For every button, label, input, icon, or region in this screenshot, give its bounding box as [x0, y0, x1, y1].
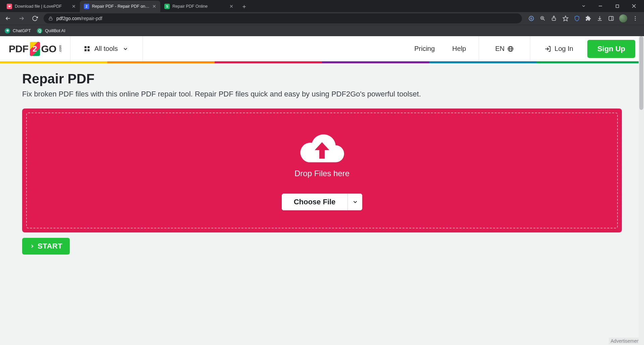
login-button[interactable]: Log In — [538, 45, 579, 53]
profile-avatar[interactable] — [619, 14, 627, 22]
login-icon — [544, 46, 551, 52]
bookmark-label: ChatGPT — [13, 28, 31, 33]
shield-icon[interactable] — [574, 15, 580, 22]
chevron-down-icon[interactable] — [576, 1, 591, 11]
bookmark-label: QuillBot AI — [45, 28, 65, 33]
sejda-favicon-icon: S — [164, 4, 170, 9]
browser-tab[interactable]: S Repair PDF Online ✕ — [160, 1, 237, 12]
url-field[interactable]: pdf2go.com/repair-pdf — [44, 13, 522, 23]
signup-button[interactable]: Sign Up — [587, 40, 635, 58]
start-label: START — [38, 242, 62, 251]
scrollbar[interactable] — [639, 36, 644, 345]
svg-point-20 — [635, 20, 636, 21]
site-header: PDF 2 GO .com All tools Pricing Help EN … — [0, 36, 644, 61]
start-button[interactable]: START — [22, 238, 70, 255]
chevron-down-icon — [352, 199, 358, 205]
reload-button[interactable] — [30, 14, 40, 23]
chevron-right-icon — [30, 244, 35, 249]
logo-text-left: PDF — [9, 43, 29, 55]
svg-line-10 — [543, 19, 545, 20]
browser-tab[interactable]: 2 Repair PDF - Repair PDF online & ✕ — [80, 1, 160, 12]
language-label: EN — [495, 45, 504, 53]
nav-help[interactable]: Help — [447, 45, 471, 53]
back-button[interactable] — [3, 14, 13, 23]
zoom-icon[interactable] — [539, 15, 546, 22]
window-controls — [576, 0, 644, 12]
google-translate-icon[interactable]: G — [528, 15, 535, 22]
close-window-button[interactable] — [627, 1, 641, 11]
tab-title: Download file | iLovePDF — [15, 4, 69, 9]
url-text: pdf2go.com/repair-pdf — [56, 16, 102, 21]
maximize-button[interactable] — [610, 1, 625, 11]
svg-rect-16 — [609, 16, 613, 20]
svg-rect-6 — [49, 18, 52, 20]
svg-rect-13 — [552, 18, 556, 21]
main-content: Repair PDF Fix broken PDF files with thi… — [0, 63, 644, 255]
choose-file-dropdown[interactable] — [347, 194, 362, 210]
lock-icon — [48, 16, 53, 21]
advertisement-label: Advertisement — [609, 338, 643, 344]
all-tools-label: All tools — [94, 45, 118, 53]
cloud-upload-icon — [297, 131, 347, 164]
page-title: Repair PDF — [22, 71, 622, 86]
minimize-button[interactable] — [593, 1, 608, 11]
svg-point-19 — [635, 18, 636, 19]
all-tools-menu[interactable]: All tools — [78, 45, 135, 53]
tab-title: Repair PDF Online — [172, 4, 227, 9]
chevron-down-icon — [122, 46, 128, 52]
address-bar: pdf2go.com/repair-pdf G — [0, 12, 644, 25]
forward-button[interactable] — [17, 14, 26, 23]
bookmark-quillbot[interactable]: Q QuillBot AI — [37, 28, 65, 33]
new-tab-button[interactable]: ＋ — [239, 2, 249, 11]
dropzone-label: Drop Files here — [294, 169, 350, 178]
divider — [143, 36, 143, 61]
quillbot-icon: Q — [37, 28, 42, 33]
close-icon[interactable]: ✕ — [229, 4, 233, 9]
logo-badge-icon: 2 — [30, 42, 40, 56]
tab-title: Repair PDF - Repair PDF online & — [92, 4, 150, 9]
toolbar-right: G — [526, 14, 641, 22]
nav-pricing[interactable]: Pricing — [410, 45, 439, 53]
site-logo[interactable]: PDF 2 GO .com — [9, 42, 62, 56]
logo-text-right: GO — [41, 43, 57, 55]
login-label: Log In — [554, 45, 573, 53]
close-icon[interactable]: ✕ — [152, 4, 156, 9]
svg-marker-14 — [563, 16, 568, 21]
browser-tab[interactable]: ❤ Download file | iLovePDF ✕ — [3, 1, 80, 12]
page-subtitle: Fix broken PDF files with this online PD… — [22, 90, 622, 98]
page-viewport: PDF 2 GO .com All tools Pricing Help EN … — [0, 36, 644, 345]
choose-file-button[interactable]: Choose File — [282, 194, 348, 210]
close-icon[interactable]: ✕ — [72, 4, 76, 9]
language-selector[interactable]: EN — [487, 45, 522, 53]
choose-file-group: Choose File — [282, 194, 363, 210]
signup-label: Sign Up — [597, 45, 625, 53]
bookmarks-bar: ❋ ChatGPT Q QuillBot AI — [0, 25, 644, 36]
scrollbar-thumb[interactable] — [639, 36, 643, 110]
choose-file-label: Choose File — [294, 198, 336, 206]
heart-icon: ❤ — [7, 4, 12, 9]
browser-tab-strip: ❤ Download file | iLovePDF ✕ 2 Repair PD… — [0, 0, 644, 12]
grid-icon — [85, 46, 90, 51]
svg-text:G: G — [530, 17, 532, 20]
rainbow-divider — [0, 61, 644, 63]
extensions-icon[interactable] — [585, 15, 592, 22]
share-icon[interactable] — [551, 15, 557, 22]
file-dropzone[interactable]: Drop Files here Choose File — [22, 109, 622, 232]
pdf2go-favicon-icon: 2 — [84, 4, 89, 9]
divider — [70, 36, 70, 61]
bookmark-chatgpt[interactable]: ❋ ChatGPT — [5, 28, 31, 33]
divider — [479, 36, 479, 61]
sidepanel-icon[interactable] — [608, 15, 614, 22]
svg-rect-1 — [616, 5, 619, 7]
download-icon[interactable] — [596, 15, 603, 22]
kebab-menu-icon[interactable] — [632, 15, 639, 22]
globe-icon — [507, 46, 514, 52]
logo-suffix: .com — [58, 45, 62, 52]
divider — [530, 36, 530, 61]
svg-point-18 — [635, 16, 636, 17]
chatgpt-icon: ❋ — [5, 28, 10, 33]
star-icon[interactable] — [562, 15, 569, 22]
dropzone-inner: Drop Files here Choose File — [26, 113, 618, 228]
